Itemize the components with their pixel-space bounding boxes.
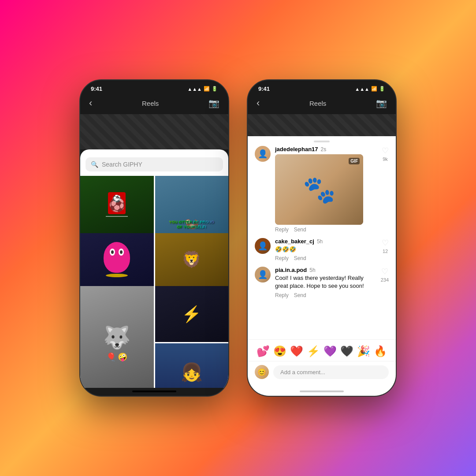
send-btn-pia[interactable]: Send <box>294 292 306 298</box>
gif-soccer[interactable]: ⚽ <box>80 176 154 233</box>
reels-title-right: Reels <box>309 100 326 107</box>
reels-header-left: ‹ Reels 📷 <box>80 94 228 114</box>
comment-actions-jade: Reply Send <box>275 227 377 233</box>
comment-actions-pia: Reply Send <box>275 292 376 298</box>
phones-container: 9:41 ▲▲▲ 📶 🔋 ‹ Reels 📷 🔍 <box>79 79 397 397</box>
time-cake: 5h <box>317 238 323 245</box>
reels-title-left: Reels <box>142 100 159 107</box>
avatar-cake[interactable]: 👤 <box>255 238 271 254</box>
comment-cake: 👤 cake_baker_cj 5h 🤣🤣🤣 Reply Send <box>255 238 389 261</box>
send-btn-cake[interactable]: Send <box>294 255 306 261</box>
home-indicator-left <box>132 390 176 392</box>
signal-icon-right: ▲▲▲ <box>355 86 369 92</box>
comment-text-pia: Cool! I was there yesterday! Really grea… <box>275 274 376 290</box>
emoji-lightning[interactable]: ⚡ <box>307 345 320 357</box>
like-jade: ♡ 9k <box>382 146 389 162</box>
heart-icon-cake[interactable]: ♡ <box>382 238 389 248</box>
gif-row-1: ⚽ 🦦 YOU OTTER BE PROUDOF YOURSELF! <box>80 176 228 233</box>
reply-btn-pia[interactable]: Reply <box>275 292 289 298</box>
comment-pia: 👤 pia.in.a.pod 5h Cool! I was there yest… <box>255 267 389 298</box>
gif-row-3: 🐺 🎈 🤪 ⚡ <box>80 286 228 388</box>
heart-icon-jade[interactable]: ♡ <box>382 146 389 156</box>
notch-right <box>295 80 348 93</box>
gif-pikachu[interactable]: ⚡ <box>155 286 229 342</box>
gif-girl[interactable]: 👧 <box>155 343 229 388</box>
search-icon: 🔍 <box>91 161 98 168</box>
comment-jade: 👤 jadedelephan17 2s 🐾 <box>255 146 389 233</box>
wifi-icon-left: 📶 <box>204 86 210 92</box>
time-jade: 2s <box>321 146 327 152</box>
camera-icon-left[interactable]: 📷 <box>208 98 219 108</box>
otter-text: YOU OTTER BE PROUDOF YOURSELF! <box>157 220 227 230</box>
gif-husky[interactable]: 🐺 🎈 🤪 <box>80 286 154 388</box>
comment-actions-cake: Reply Send <box>275 255 377 261</box>
emoji-love-eyes[interactable]: 😍 <box>273 345 286 357</box>
phone-right: 9:41 ▲▲▲ 📶 🔋 ‹ Reels 📷 <box>247 79 397 397</box>
comment-text-cake: 🤣🤣🤣 <box>275 245 377 253</box>
comment-input[interactable]: Add a comment... <box>273 365 389 379</box>
username-cake[interactable]: cake_baker_cj <box>275 238 314 245</box>
avatar-jade[interactable]: 👤 <box>255 146 271 162</box>
gif-animal[interactable]: 🦁 <box>155 233 229 286</box>
comments-panel: 👤 jadedelephan17 2s 🐾 <box>248 136 396 396</box>
dark-bg-left <box>80 114 228 149</box>
comment-gif-pug: 🐾 GIF <box>275 154 363 225</box>
emoji-red-heart[interactable]: ❤️ <box>290 345 303 357</box>
emoji-hearts[interactable]: 💕 <box>257 345 270 357</box>
dark-bg-right <box>248 114 396 136</box>
emoji-purple-heart[interactable]: 💜 <box>324 345 337 357</box>
emoji-reaction-bar: 💕 😍 ❤️ ⚡ 💜 🖤 🎉 🔥 <box>248 339 396 361</box>
like-count-cake: 12 <box>383 249 388 254</box>
drag-handle-right[interactable] <box>314 141 330 142</box>
emoji-fire[interactable]: 🔥 <box>374 345 387 357</box>
back-button-left[interactable]: ‹ <box>89 97 92 109</box>
camera-icon-right[interactable]: 📷 <box>376 98 387 108</box>
like-count-jade: 9k <box>383 156 388 162</box>
emoji-black-heart[interactable]: 🖤 <box>340 345 353 357</box>
notch-left <box>128 80 181 93</box>
battery-icon-left: 🔋 <box>212 86 218 92</box>
giphy-panel: 🔍 Search GIPHY ⚽ <box>80 149 228 388</box>
search-bar[interactable]: 🔍 Search GIPHY <box>86 157 223 171</box>
signal-icon-left: ▲▲▲ <box>187 86 202 92</box>
avatar-pia[interactable]: 👤 <box>255 267 271 283</box>
wifi-icon-right: 📶 <box>371 86 377 92</box>
reels-header-right: ‹ Reels 📷 <box>248 94 396 114</box>
time-right: 9:41 <box>258 86 270 92</box>
time-pia: 5h <box>309 267 315 273</box>
status-icons-left: ▲▲▲ 📶 🔋 <box>187 86 218 92</box>
like-count-pia: 234 <box>381 277 389 283</box>
comment-body-cake: cake_baker_cj 5h 🤣🤣🤣 Reply Send <box>275 238 377 261</box>
reply-btn-cake[interactable]: Reply <box>275 255 289 261</box>
time-left: 9:41 <box>91 86 102 92</box>
gif-otter[interactable]: 🦦 YOU OTTER BE PROUDOF YOURSELF! <box>155 176 229 233</box>
gif-row-2: 🦁 <box>80 233 228 286</box>
comments-list: 👤 jadedelephan17 2s 🐾 <box>248 146 396 339</box>
battery-icon-right: 🔋 <box>379 86 385 92</box>
home-indicator-right <box>300 390 344 392</box>
like-pia: ♡ 234 <box>381 267 389 283</box>
phone-left: 9:41 ▲▲▲ 📶 🔋 ‹ Reels 📷 🔍 <box>79 79 229 397</box>
back-button-right[interactable]: ‹ <box>257 97 260 109</box>
username-pia[interactable]: pia.in.a.pod <box>275 267 307 273</box>
like-cake: ♡ 12 <box>382 238 389 254</box>
username-jade[interactable]: jadedelephan17 <box>275 146 318 152</box>
emoji-party[interactable]: 🎉 <box>357 345 370 357</box>
status-icons-right: ▲▲▲ 📶 🔋 <box>355 86 385 92</box>
comment-input-area: 😊 Add a comment... <box>248 361 396 388</box>
heart-icon-pia[interactable]: ♡ <box>381 267 388 276</box>
gif-right-col: ⚡ 👧 <box>155 286 229 388</box>
current-user-avatar: 😊 <box>255 365 269 379</box>
search-placeholder: Search GIPHY <box>102 161 142 168</box>
send-btn-jade[interactable]: Send <box>294 227 306 233</box>
gif-fallguys[interactable] <box>80 233 154 286</box>
reply-btn-jade[interactable]: Reply <box>275 227 289 233</box>
comment-body-pia: pia.in.a.pod 5h Cool! I was there yester… <box>275 267 376 298</box>
comment-body-jade: jadedelephan17 2s 🐾 GIF <box>275 146 377 233</box>
